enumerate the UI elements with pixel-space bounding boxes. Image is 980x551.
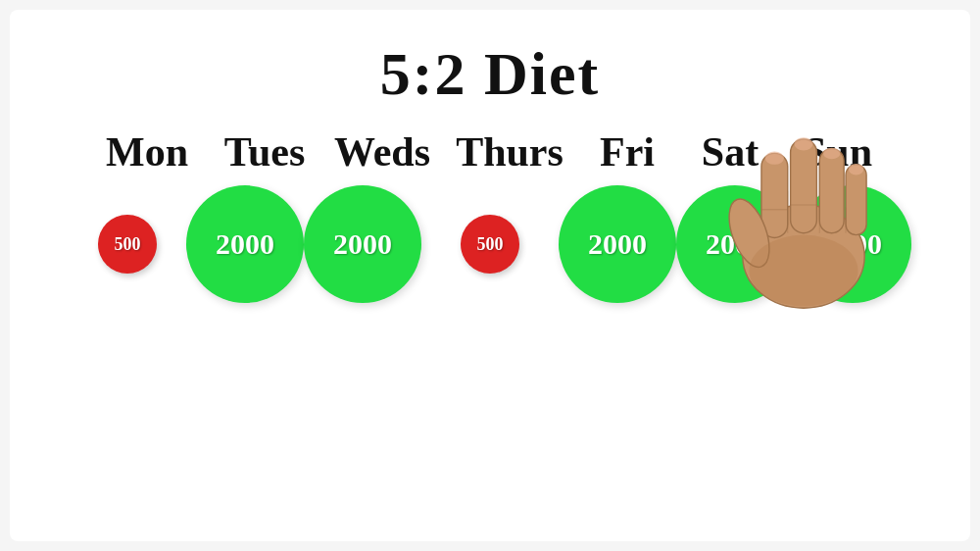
svg-rect-2 <box>791 139 817 233</box>
circle-slot-weds: 2000 <box>304 185 421 303</box>
calorie-circle-mon: 500 <box>98 215 157 274</box>
day-label-weds: Weds <box>323 128 441 175</box>
day-label-fri: Fri <box>578 128 676 175</box>
svg-point-13 <box>794 137 812 150</box>
calorie-circle-weds: 2000 <box>304 185 421 303</box>
calorie-circle-thurs: 500 <box>461 215 519 274</box>
svg-point-11 <box>750 235 858 307</box>
svg-rect-4 <box>846 165 866 235</box>
circle-slot-fri: 2000 <box>559 185 676 303</box>
calorie-value-fri: 2000 <box>588 227 647 261</box>
calorie-value-thurs: 500 <box>477 234 504 255</box>
circle-slot-mon: 500 <box>69 215 186 274</box>
day-label-tues: Tues <box>206 128 323 175</box>
day-label-thurs: Thurs <box>441 128 578 175</box>
calorie-value-mon: 500 <box>115 234 141 255</box>
svg-point-12 <box>765 151 784 164</box>
slide: 5:2 Diet Mon Tues Weds Thurs Fri Sat Sun… <box>10 10 970 541</box>
calorie-circle-fri: 2000 <box>559 185 676 303</box>
page-title: 5:2 Diet <box>380 39 600 109</box>
hand-overlay <box>706 97 902 313</box>
hand-icon <box>706 97 902 313</box>
circle-slot-thurs: 500 <box>421 215 559 274</box>
calorie-circle-tues: 2000 <box>186 185 304 303</box>
svg-rect-3 <box>819 149 844 233</box>
circle-slot-tues: 2000 <box>186 185 304 303</box>
calorie-value-weds: 2000 <box>333 227 392 261</box>
svg-point-15 <box>849 164 863 175</box>
circle-slot-sun: 2000 <box>794 185 911 303</box>
circles-row: 500 2000 2000 500 2000 <box>29 185 951 303</box>
calorie-value-tues: 2000 <box>216 227 274 261</box>
svg-point-14 <box>823 148 840 159</box>
svg-rect-1 <box>761 153 788 237</box>
day-label-mon: Mon <box>88 128 206 175</box>
